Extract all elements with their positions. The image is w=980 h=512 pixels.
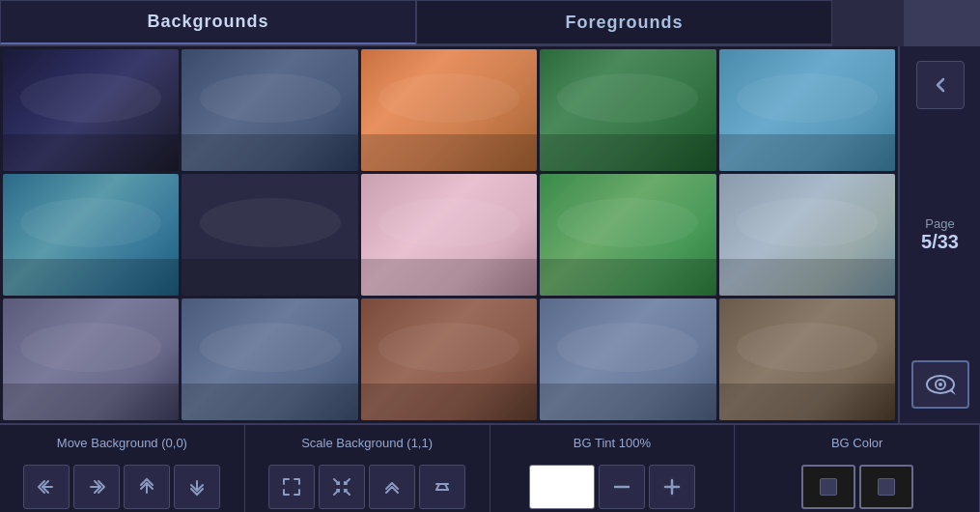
right-sidebar: Page 5/33 <box>898 46 980 423</box>
backgrounds-grid <box>0 46 898 423</box>
minus-icon <box>611 476 632 498</box>
list-item[interactable] <box>182 174 357 296</box>
move-right-button[interactable] <box>73 465 120 509</box>
list-item[interactable] <box>182 49 357 171</box>
bg-color-box-1[interactable] <box>801 465 855 509</box>
eye-button[interactable] <box>911 360 969 409</box>
bg-color-inner-1 <box>820 478 837 496</box>
scale-expand-icon <box>281 476 302 498</box>
list-item[interactable] <box>361 49 537 171</box>
list-item[interactable] <box>719 49 895 171</box>
move-down-button[interactable] <box>174 465 220 509</box>
tab-foregrounds[interactable]: Foregrounds <box>416 0 832 44</box>
tab-preview <box>904 0 980 46</box>
move-left-button[interactable] <box>23 465 70 509</box>
list-item[interactable] <box>719 174 895 296</box>
prev-page-button[interactable] <box>916 61 965 109</box>
list-item[interactable] <box>3 299 179 420</box>
list-item[interactable] <box>361 174 537 296</box>
scale-down-icon <box>432 476 453 498</box>
bottom-toolbar: Move Background (0,0) Scale Background (… <box>0 423 980 512</box>
color-label: BG Color <box>735 425 980 460</box>
list-item[interactable] <box>540 299 715 420</box>
plus-icon <box>661 476 683 498</box>
tab-backgrounds[interactable]: Backgrounds <box>0 0 416 44</box>
list-item[interactable] <box>719 299 895 420</box>
scale-compress-button[interactable] <box>319 465 365 509</box>
tab-extra-1 <box>832 0 904 46</box>
eye-icon <box>925 374 956 395</box>
tint-increase-button[interactable] <box>649 465 695 509</box>
scale-expand-button[interactable] <box>268 465 315 509</box>
tint-label: BG Tint 100% <box>490 425 736 460</box>
bg-color-box-2[interactable] <box>859 465 913 509</box>
list-item[interactable] <box>540 49 715 171</box>
chevron-left-icon <box>931 75 950 95</box>
tint-decrease-button[interactable] <box>599 465 645 509</box>
list-item[interactable] <box>182 299 357 420</box>
move-up-button[interactable] <box>124 465 170 509</box>
page-info: Page 5/33 <box>921 216 959 253</box>
list-item[interactable] <box>540 174 715 296</box>
move-controls <box>0 460 245 512</box>
tint-controls <box>490 460 736 512</box>
scale-label: Scale Background (1,1) <box>245 425 490 460</box>
tint-color-box <box>529 465 595 509</box>
list-item[interactable] <box>361 299 537 420</box>
list-item[interactable] <box>3 49 179 171</box>
svg-point-2 <box>938 383 942 386</box>
bg-color-controls <box>735 460 980 512</box>
move-down-icon <box>186 476 208 498</box>
move-up-icon <box>136 476 157 498</box>
scale-compress-icon <box>331 476 352 498</box>
scale-up-button[interactable] <box>369 465 415 509</box>
move-label: Move Background (0,0) <box>0 425 245 460</box>
move-left-icon <box>36 476 57 498</box>
bg-color-inner-2 <box>878 478 895 496</box>
scale-up-icon <box>381 476 403 498</box>
list-item[interactable] <box>3 174 179 296</box>
scale-controls <box>245 460 490 512</box>
move-right-icon <box>86 476 107 498</box>
scale-down-button[interactable] <box>419 465 465 509</box>
